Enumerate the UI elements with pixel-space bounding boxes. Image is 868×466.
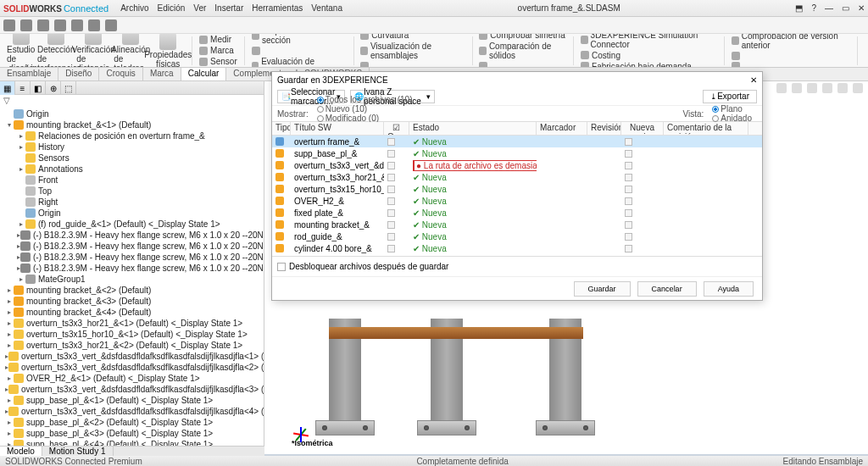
table-row[interactable]: overturn_ts3x3_vert_&dsfdasfldfa...La ru… (272, 159, 762, 171)
qat-redo-icon[interactable] (88, 19, 100, 31)
newrev-checkbox[interactable] (625, 209, 632, 217)
tree-item[interactable]: ▸overturn_ts3x3_vert_&dsfdasdfldafksdflk… (0, 351, 264, 362)
tree-item[interactable]: ▸overturn_ts3x3_vert_&dsfdasdfldafksdflk… (0, 384, 264, 395)
tree-item[interactable]: Right (0, 197, 264, 208)
expand-icon[interactable]: ▸ (5, 330, 14, 338)
help-button[interactable]: Ayuda (704, 281, 754, 297)
tree-item[interactable]: ▸OVER_H2_&<1> (Default) <_Display State … (0, 373, 264, 384)
export-button[interactable]: ⤓ Exportar (703, 90, 757, 103)
menu-insertar[interactable]: Insertar (214, 3, 243, 13)
table-row[interactable]: overturn frame_&Nueva (272, 136, 762, 147)
newrev-checkbox[interactable] (625, 138, 632, 146)
ribbon-small[interactable]: Comprobar simetría (479, 34, 566, 40)
save-checkbox[interactable] (387, 174, 395, 181)
feature-tree[interactable]: Origin▾mounting bracket_&<1> (Default) ▸… (0, 107, 264, 454)
expand-icon[interactable]: ▸ (17, 275, 25, 283)
file-table[interactable]: Tipo Título SW ☑ Guard... Estado Marcado… (272, 121, 762, 257)
qat-settings-icon[interactable] (105, 19, 117, 31)
unlock-checkbox-row[interactable]: Desbloquear archivos después de guardar (272, 257, 762, 276)
ribbon-small[interactable]: Costing (581, 51, 717, 60)
table-row[interactable]: mounting bracket_&Nueva (272, 219, 762, 230)
menu-edición[interactable]: Edición (157, 3, 185, 13)
notification-icon[interactable]: ⬒ (795, 3, 803, 13)
ribbon-propiedades[interactable]: Propiedadesfísicas (151, 34, 185, 68)
ribbon-small[interactable]: Visualización de ensamblajes (360, 42, 465, 60)
tab-calcular[interactable]: Calcular (181, 68, 227, 80)
save-checkbox[interactable] (387, 197, 395, 205)
vista-radio[interactable]: Plano (712, 104, 752, 114)
tree-tab-display-icon[interactable]: ⊕ (46, 81, 61, 95)
newrev-checkbox[interactable] (625, 186, 632, 193)
table-row[interactable]: OVER_H2_&Nueva (272, 195, 762, 207)
tree-item[interactable]: ▸supp_base_pl_&<3> (Default) <_Display S… (0, 428, 264, 439)
tree-item[interactable]: ▸supp_base_pl_&<1> (Default) <_Display S… (0, 395, 264, 406)
ribbon-small[interactable]: Marca (199, 46, 237, 55)
save-checkbox[interactable] (387, 245, 395, 252)
tree-item[interactable]: Origin (0, 108, 264, 119)
newrev-checkbox[interactable] (625, 221, 632, 229)
tree-item[interactable]: ▸mounting bracket_&<3> (Default) (0, 296, 264, 307)
tree-item[interactable]: ▸(-) B18.2.3.9M - Heavy hex flange screw… (0, 263, 264, 274)
ribbon-small[interactable]: Evaluación de rendimiento (252, 57, 347, 69)
qat-undo-icon[interactable] (71, 19, 83, 31)
col-guardar[interactable]: ☑ Guard... (384, 122, 409, 135)
tree-item[interactable]: ▸(-) B18.2.3.9M - Heavy hex flange screw… (0, 252, 264, 263)
ribbon-detección-de[interactable]: Detección deinterferencias (39, 34, 73, 68)
tab-ensamblaje[interactable]: Ensamblaje (0, 68, 58, 80)
ribbon-small[interactable]: Propiedades de sección (252, 34, 347, 45)
save-checkbox[interactable] (387, 162, 395, 169)
col-estado[interactable]: Estado (409, 122, 537, 135)
expand-icon[interactable]: ▸ (17, 165, 25, 173)
tree-tab-feature-icon[interactable]: ▦ (0, 81, 15, 95)
ribbon-small[interactable]: 3DEXPERIENCE Simulation Connector (581, 34, 717, 49)
menu-herramientas[interactable]: Herramientas (252, 3, 303, 13)
col-marcador[interactable]: Marcador (537, 122, 587, 135)
tree-item[interactable]: ▸(-) B18.2.3.9M - Heavy hex flange screw… (0, 241, 264, 252)
save-checkbox[interactable] (387, 209, 395, 217)
table-row[interactable]: supp_base_pl_&Nueva (272, 147, 762, 159)
tree-item[interactable]: ▸Annotations (0, 164, 264, 175)
table-row[interactable]: overturn_ts3x15_hor10_&Nueva (272, 183, 762, 195)
save-checkbox[interactable] (387, 186, 395, 193)
filter-radio[interactable]: Nuevo (10) (317, 104, 413, 114)
col-comentario[interactable]: Comentario de la revisión (664, 122, 748, 135)
tree-item[interactable]: ▸overturn_ts3x15_hor10_&<1> (Default) <_… (0, 329, 264, 340)
expand-icon[interactable]: ▾ (5, 121, 14, 129)
cancel-button[interactable]: Cancelar (637, 281, 697, 297)
ribbon-estudio-de[interactable]: Estudio dediseño (7, 34, 36, 68)
newrev-checkbox[interactable] (625, 174, 632, 181)
menu-ver[interactable]: Ver (193, 3, 206, 13)
save-checkbox[interactable] (387, 138, 395, 146)
tree-item[interactable]: ▸overturn_ts3x3_hor21_&<1> (Default) <_D… (0, 318, 264, 329)
dialog-close-icon[interactable]: ✕ (750, 75, 757, 85)
tree-item[interactable]: ▸overturn_ts3x3_vert_&dsfdasdfldafksdflk… (0, 406, 264, 417)
save-checkbox[interactable] (387, 221, 395, 229)
tab-croquis[interactable]: Croquis (99, 68, 142, 80)
ribbon-verificación[interactable]: Verificaciónde distancia (76, 34, 110, 68)
tree-tab-other-icon[interactable]: ⬚ (61, 81, 76, 95)
expand-icon[interactable]: ▸ (17, 143, 25, 151)
qat-open-icon[interactable] (20, 19, 32, 31)
tree-item[interactable]: ▾mounting bracket_&<1> (Default) (0, 119, 264, 130)
tree-item[interactable]: ▸(f) rod_guide_&<1> (Default) <_Display … (0, 219, 264, 230)
expand-icon[interactable]: ▸ (5, 374, 14, 382)
expand-icon[interactable]: ▸ (5, 297, 14, 305)
menu-ventana[interactable]: Ventana (311, 3, 342, 13)
tree-item[interactable]: ▸MateGroup1 (0, 274, 264, 285)
expand-icon[interactable]: ▸ (17, 220, 25, 228)
expand-icon[interactable]: ▸ (5, 341, 14, 349)
tree-tab-config-icon[interactable]: ◧ (31, 81, 46, 95)
tree-item[interactable]: ▸mounting bracket_&<2> (Default) (0, 285, 264, 296)
tree-tab-property-icon[interactable]: ≡ (15, 81, 31, 95)
qat-save-icon[interactable] (37, 19, 49, 31)
ribbon-small[interactable]: Medir (199, 35, 237, 44)
expand-icon[interactable]: ▸ (5, 319, 14, 327)
newrev-checkbox[interactable] (625, 162, 632, 169)
ribbon-small[interactable]: Comprobación de versión anterior (732, 34, 850, 50)
ribbon-small[interactable]: Fabricación bajo demanda (581, 62, 717, 69)
tree-item[interactable]: ▸mounting bracket_&<4> (Default) (0, 307, 264, 318)
tab-marca[interactable]: Marca (143, 68, 181, 80)
maximize-icon[interactable]: ▭ (842, 3, 849, 13)
tree-item[interactable]: ▸(-) B18.2.3.9M - Heavy hex flange screw… (0, 230, 264, 241)
tree-item[interactable]: Front (0, 175, 264, 186)
